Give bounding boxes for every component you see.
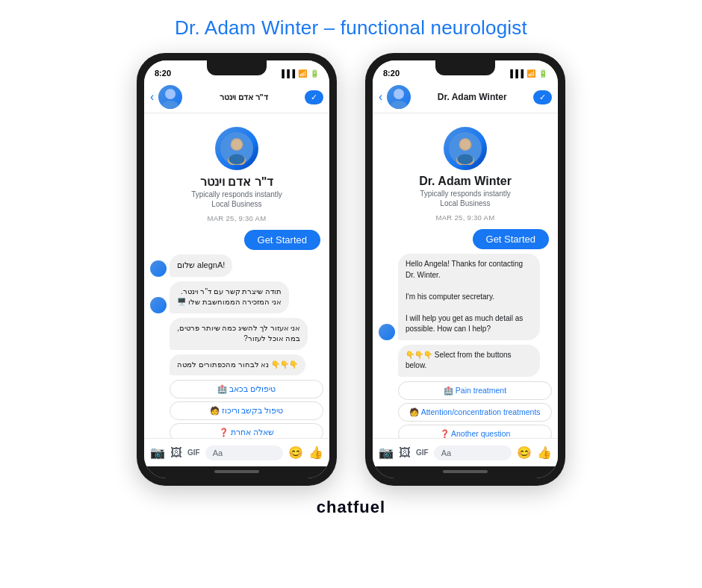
chatfuel-text: chatfuel [317,498,385,516]
screen-left: 8:20 ▐▐▐ 📶 🔋 ‹ ד"ר אדם וינטר ✓ [144,60,329,478]
camera-icon-left[interactable]: 📷 [150,445,165,460]
bubble-2-right: 👇👇👇 Select from the buttons below. [398,345,540,377]
profile-section-right: Dr. Adam Winter Typically responds insta… [419,121,512,225]
profile-sub1-left: Typically responds instantly [191,190,282,198]
wifi-icon-right: 📶 [526,69,535,78]
chat-area-left[interactable]: ד"ר אדם וינטר Typically responds instant… [144,113,329,438]
profile-sub1-right: Typically responds instantly [420,190,511,198]
bottom-bar-right: 📷 🖼 GIF Aa 😊 👍 [373,438,558,466]
qr-btn-3-right[interactable]: ❓ Another question [398,425,552,439]
qr-buttons-right: 🏥 Pain treatment 🧑 Attention/concentrati… [379,381,552,439]
qr-btn-2-right[interactable]: 🧑 Attention/concentration treatments [398,403,552,422]
phone-right: 8:20 ▐▐▐ 📶 🔋 ‹ Dr. Adam Winter ✓ [365,53,565,486]
qr-buttons-left: 🏥 טיפולים בכאב 🧑 טיפול בקשב וריכוז ❓ שאל… [150,380,323,438]
svg-point-13 [457,154,473,165]
phones-container: 8:20 ▐▐▐ 📶 🔋 ‹ ד"ר אדם וינטר ✓ [137,53,565,486]
like-icon-left[interactable]: 👍 [308,445,323,460]
svg-point-1 [162,101,178,109]
msg-row-2-left: תודה שיצרת קשר עם ד"ר וינטר. אני המזכירה… [150,281,323,313]
svg-point-5 [232,140,242,150]
header-name-left: ד"ר אדם וינטר [187,93,300,102]
chat-input-right[interactable]: Aa [434,445,512,460]
msg-row-4-left: 👇👇👇 נא לבחור מהכפתורים למטה [150,354,323,376]
bubble-3-left: אני אעזור לך להשיג כמה שיותר פרטים, במה … [170,318,308,350]
back-button-right[interactable]: ‹ [379,90,382,104]
qr-btn-1-left[interactable]: 🏥 טיפולים בכאב [170,380,323,398]
msg-row-3-left: אני אעזור לך להשיג כמה שיותר פרטים, במה … [150,318,323,350]
bubble-1-left: !Angela שלום [170,254,232,277]
notch-right [435,60,495,75]
emoji-icon-right[interactable]: 😊 [517,445,532,460]
get-started-left[interactable]: Get Started [244,230,320,250]
camera-icon-right[interactable]: 📷 [379,445,394,460]
image-icon-left[interactable]: 🖼 [170,446,182,460]
home-bar-left [214,470,259,473]
svg-point-0 [165,89,176,99]
qr-btn-1-right[interactable]: 🏥 Pain treatment [398,381,552,400]
profile-avatar-right [444,127,487,170]
msg-row-2-right: 👇👇👇 Select from the buttons below. [379,345,552,377]
battery-icon-right: 🔋 [538,69,547,78]
bot-avatar-2-left [150,297,167,313]
profile-sub2-right: Local Business [440,199,490,207]
home-indicator-left [144,466,329,478]
profile-avatar-left [215,127,258,170]
header-left: ‹ ד"ר אדם וינטר ✓ [144,81,329,113]
svg-point-6 [229,154,244,165]
status-time-right: 8:20 [383,69,400,78]
gif-icon-right[interactable]: GIF [416,448,429,457]
profile-sub2-left: Local Business [211,200,261,208]
profile-date-left: MAR 25, 9:30 AM [208,214,267,222]
header-avatar-left [158,85,182,109]
msg-row-1-right: Hello Angela! Thanks for contacting Dr. … [379,254,552,340]
svg-point-12 [460,140,470,150]
page-title: Dr. Adam Winter – functional neurologist [175,16,527,40]
status-icons-left: ▐▐▐ 📶 🔋 [279,69,319,78]
home-bar-right [443,470,488,473]
battery-icon-left: 🔋 [310,69,319,78]
notch-left [207,60,267,75]
get-started-right[interactable]: Get Started [473,229,549,249]
signal-icon-left: ▐▐▐ [279,69,295,78]
header-avatar-right [387,85,411,109]
svg-point-7 [394,89,404,99]
bottom-bar-left: 📷 🖼 GIF Aa 😊 👍 [144,438,329,466]
bot-avatar-1-left [150,260,167,277]
bot-avatar-1-right [379,324,395,340]
header-check-right[interactable]: ✓ [533,90,552,104]
back-button-left[interactable]: ‹ [150,90,154,104]
chat-input-left[interactable]: Aa [205,445,283,460]
home-indicator-right [373,466,558,478]
header-check-left[interactable]: ✓ [305,90,323,104]
like-icon-right[interactable]: 👍 [537,445,552,460]
chat-area-right[interactable]: Dr. Adam Winter Typically responds insta… [373,113,558,438]
profile-date-right: MAR 25, 9:30 AM [436,213,495,222]
msg-row-1-left: !Angela שלום [150,254,323,277]
qr-btn-3-left[interactable]: ❓ שאלה אחרת [170,423,323,438]
emoji-icon-left[interactable]: 😊 [288,445,303,460]
profile-name-right: Dr. Adam Winter [419,175,512,188]
svg-point-8 [391,101,407,109]
phone-left: 8:20 ▐▐▐ 📶 🔋 ‹ ד"ר אדם וינטר ✓ [137,53,337,486]
image-icon-right[interactable]: 🖼 [399,446,411,460]
wifi-icon-left: 📶 [298,69,307,78]
header-name-right: Dr. Adam Winter [415,92,529,102]
bubble-2-left: תודה שיצרת קשר עם ד"ר וינטר. אני המזכירה… [170,281,289,313]
status-time-left: 8:20 [155,69,171,78]
signal-icon-right: ▐▐▐ [508,69,524,78]
bubble-1-right: Hello Angela! Thanks for contacting Dr. … [398,254,540,340]
qr-btn-2-left[interactable]: 🧑 טיפול בקשב וריכוז [170,401,323,420]
header-right: ‹ Dr. Adam Winter ✓ [373,81,558,113]
screen-right: 8:20 ▐▐▐ 📶 🔋 ‹ Dr. Adam Winter ✓ [373,60,558,478]
chatfuel-brand: chatfuel [317,498,385,517]
profile-name-left: ד"ר אדם וינטר [200,175,273,189]
profile-section-left: ד"ר אדם וינטר Typically responds instant… [191,121,282,225]
status-icons-right: ▐▐▐ 📶 🔋 [508,69,547,78]
gif-icon-left[interactable]: GIF [187,448,200,457]
bubble-4-left: 👇👇👇 נא לבחור מהכפתורים למטה [170,354,305,376]
